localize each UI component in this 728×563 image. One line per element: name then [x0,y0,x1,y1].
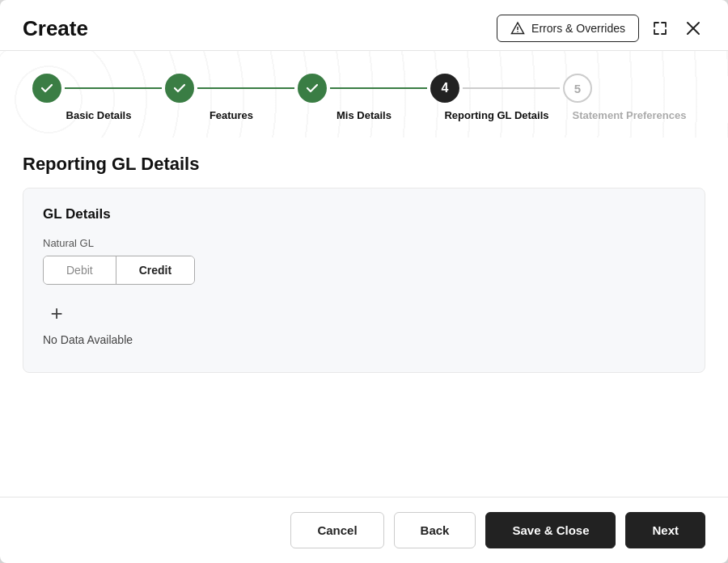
cancel-button[interactable]: Cancel [290,512,383,548]
step-3-circle [298,74,327,103]
warning-icon [510,21,525,36]
modal-title: Create [23,16,88,41]
step-4-label: Reporting GL Details [444,109,548,123]
create-modal: Create Errors & Overrides [0,0,728,563]
svg-point-1 [517,31,518,32]
step-2-circle [165,74,194,103]
stepper: Basic Details Features [32,74,696,123]
step-line-4 [463,87,560,89]
step-1-label: Basic Details [66,109,132,123]
resize-button[interactable] [649,17,671,40]
modal-header: Create Errors & Overrides [0,0,728,51]
errors-overrides-button[interactable]: Errors & Overrides [497,15,639,42]
step-5-circle: 5 [563,74,592,103]
next-button[interactable]: Next [625,512,705,548]
step-5: 5 Statement Preferences [563,74,696,123]
step-line-3 [330,87,427,89]
step-3: Mis Details [298,74,430,123]
resize-icon [652,20,668,36]
step-line-1 [65,87,162,89]
step-line-2 [197,87,294,89]
step-3-label: Mis Details [336,109,392,123]
debit-toggle-btn[interactable]: Debit [44,256,116,284]
step-1-circle [32,74,61,103]
stepper-section: Basic Details Features [0,51,728,138]
errors-button-label: Errors & Overrides [531,22,625,35]
plus-icon: + [50,303,62,324]
back-button[interactable]: Back [394,512,476,548]
section-title: Reporting GL Details [23,154,705,175]
credit-toggle-btn[interactable]: Credit [116,256,194,284]
step-2: Features [165,74,298,123]
step-2-label: Features [210,109,253,123]
step-4: 4 Reporting GL Details [430,74,563,123]
step-1: Basic Details [32,74,165,123]
card-title: GL Details [43,206,685,222]
checkmark-icon [40,81,54,95]
no-data-message: No Data Available [43,333,685,346]
close-icon [684,19,702,37]
natural-gl-label: Natural GL [43,237,685,249]
natural-gl-toggle: Debit Credit [43,256,195,285]
gl-details-card: GL Details Natural GL Debit Credit + No … [23,188,705,373]
header-actions: Errors & Overrides [497,15,705,42]
main-content: Reporting GL Details GL Details Natural … [0,138,728,497]
checkmark-icon [305,81,320,95]
step-4-circle: 4 [430,74,459,103]
close-button[interactable] [681,16,705,40]
modal-footer: Cancel Back Save & Close Next [0,497,728,563]
checkmark-icon [172,81,187,95]
add-button[interactable]: + [43,299,70,327]
step-5-label: Statement Preferences [573,109,687,123]
save-close-button[interactable]: Save & Close [485,512,616,548]
